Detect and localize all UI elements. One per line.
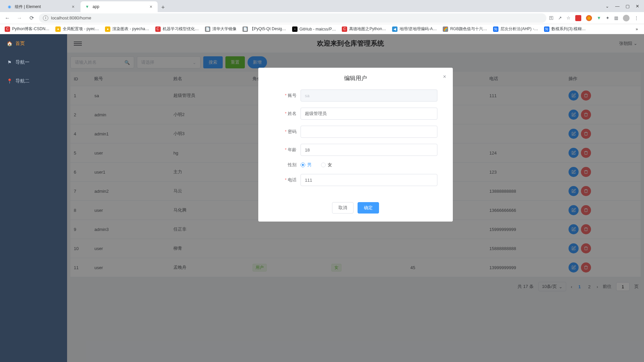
bookmark-item[interactable]: 知数模系列(3):模糊…: [542, 26, 588, 32]
favicon-vue: ▼: [85, 4, 90, 9]
bookmark-favicon: ○: [292, 26, 298, 32]
bookmark-label: 【PyQt5-Qt Desig…: [250, 26, 286, 32]
label-password: 密码: [274, 129, 301, 135]
maximize-icon[interactable]: ▢: [626, 4, 630, 9]
bookmark-item[interactable]: ○GitHub - maicss/P…: [290, 26, 338, 32]
site-info-icon[interactable]: i: [43, 15, 48, 21]
bookmark-favicon: 🌈: [443, 26, 448, 32]
bookmarks-overflow-icon[interactable]: »: [632, 27, 641, 32]
bookmark-label: 机器学习模型优化…: [163, 26, 199, 32]
chevron-down-icon[interactable]: ⌄: [605, 4, 609, 9]
extensions-icon[interactable]: ✦: [606, 15, 609, 20]
bookmark-favicon: 知: [544, 26, 549, 32]
profile-icon[interactable]: [623, 15, 630, 21]
sidebar: 🏠首页⚑导航一📍导航二: [0, 34, 67, 362]
favicon-element: ◉: [7, 4, 12, 9]
bookmark-favicon: 📄: [243, 26, 248, 32]
star-icon[interactable]: ☆: [567, 15, 571, 20]
bookmarks-bar: CPython博客-CSDN…●全局配置项 - pyec…●渲染图表 - pye…: [0, 24, 644, 34]
bookmark-favicon: ●: [105, 26, 110, 32]
bookmark-label: Python博客-CSDN…: [12, 26, 49, 32]
confirm-button[interactable]: 确定: [358, 202, 379, 214]
bookmark-label: GitHub - maicss/P…: [300, 27, 336, 32]
bookmark-favicon: 📄: [205, 26, 210, 32]
input-password[interactable]: [301, 126, 437, 138]
radio-label-male: 男: [307, 162, 312, 168]
browser-tab-0[interactable]: ◉ 组件 | Element ×: [3, 1, 80, 12]
reading-list-icon[interactable]: ▥: [614, 15, 618, 20]
radio-female[interactable]: 女: [321, 162, 332, 168]
main-area: 欢迎来到仓库管理系统 张朝阳 ⌄ 请输入姓名 🔍 请选择 ⌄ 搜索 重置 新增 …: [67, 34, 644, 362]
bookmark-item[interactable]: ●全局配置项 - pyec…: [53, 26, 101, 32]
bookmark-item[interactable]: C高德地图之Python…: [340, 26, 388, 32]
bookmark-label: 清华大学镜像: [212, 26, 236, 32]
sidebar-item-home[interactable]: 🏠首页: [0, 34, 67, 53]
close-icon[interactable]: ×: [443, 74, 446, 80]
share-icon[interactable]: ↗: [558, 15, 562, 20]
bookmark-label: 全局配置项 - pyec…: [63, 26, 99, 32]
bookmark-label: RGB颜色值与十六…: [450, 26, 487, 32]
close-icon[interactable]: ×: [148, 4, 154, 9]
label-phone: 电话: [274, 177, 301, 183]
radio-dot-icon: [321, 163, 326, 167]
tab-strip: ◉ 组件 | Element × ▼ app × + ⌄ — ▢ ✕: [0, 0, 644, 12]
bookmark-label: 高德地图之Python…: [349, 26, 386, 32]
extension-icon-1[interactable]: [575, 15, 581, 21]
url-input[interactable]: i localhost:8080/home: [39, 13, 546, 23]
cancel-button[interactable]: 取消: [332, 202, 354, 214]
bookmark-favicon: C: [155, 26, 161, 32]
sidebar-item-label: 导航二: [15, 78, 30, 84]
pin-icon: 📍: [7, 78, 12, 84]
minimize-icon[interactable]: —: [615, 4, 620, 9]
bookmark-item[interactable]: 知层次分析法(AHP) -…: [491, 26, 540, 32]
dialog-title: 编辑用户: [344, 75, 367, 81]
tab-title-0: 组件 | Element: [15, 4, 41, 10]
sidebar-item-pin[interactable]: 📍导航二: [0, 72, 67, 90]
browser-tab-1[interactable]: ▼ app ×: [80, 1, 158, 12]
back-button[interactable]: ←: [3, 13, 12, 23]
bookmark-item[interactable]: 📄【PyQt5-Qt Desig…: [240, 26, 288, 32]
address-bar: ← → ⟳ i localhost:8080/home ⚿ ↗ ☆ ▼ ✦ ▥ …: [0, 12, 644, 24]
radio-male[interactable]: 男: [301, 162, 312, 168]
label-sex: 性别: [274, 162, 301, 168]
bookmark-favicon: ●: [55, 26, 61, 32]
home-icon: 🏠: [7, 41, 12, 46]
input-name[interactable]: [301, 108, 437, 120]
modal-overlay: 编辑用户 × 账号 姓名 密码: [67, 34, 644, 362]
radio-label-female: 女: [328, 162, 332, 168]
more-icon[interactable]: ⋮: [634, 15, 639, 20]
key-icon[interactable]: ⚿: [549, 15, 553, 20]
bookmark-label: 层次分析法(AHP) -…: [500, 26, 538, 32]
tab-title-1: app: [93, 4, 99, 9]
new-tab-button[interactable]: +: [158, 3, 168, 12]
forward-button[interactable]: →: [15, 13, 24, 23]
bookmark-label: 地理/逆地理编码-A…: [399, 26, 437, 32]
extension-icon-vue[interactable]: ▼: [597, 15, 601, 20]
extension-icon-2[interactable]: [586, 15, 592, 21]
input-age[interactable]: [301, 144, 437, 156]
edit-user-dialog: 编辑用户 × 账号 姓名 密码: [258, 68, 453, 222]
bookmark-item[interactable]: CPython博客-CSDN…: [3, 26, 51, 32]
bookmark-item[interactable]: ●渲染图表 - pyecha…: [103, 26, 151, 32]
sidebar-item-label: 首页: [15, 41, 25, 47]
bookmark-item[interactable]: C机器学习模型优化…: [153, 26, 201, 32]
input-phone[interactable]: [301, 174, 437, 186]
label-age: 年龄: [274, 147, 301, 153]
close-icon[interactable]: ×: [70, 4, 76, 9]
bookmark-favicon: ◀: [392, 26, 397, 32]
sidebar-item-flag[interactable]: ⚑导航一: [0, 53, 67, 72]
label-name: 姓名: [274, 111, 301, 117]
bookmark-item[interactable]: 📄清华大学镜像: [203, 26, 238, 32]
bookmark-item[interactable]: 🌈RGB颜色值与十六…: [441, 26, 489, 32]
flag-icon: ⚑: [7, 60, 12, 65]
bookmark-favicon: 知: [493, 26, 498, 32]
close-window-icon[interactable]: ✕: [636, 4, 639, 9]
reload-button[interactable]: ⟳: [27, 13, 36, 23]
input-account: [301, 89, 437, 102]
radio-dot-icon: [301, 163, 305, 167]
label-account: 账号: [274, 93, 301, 99]
sidebar-item-label: 导航一: [15, 59, 30, 65]
bookmark-label: 渲染图表 - pyecha…: [112, 26, 149, 32]
bookmark-favicon: C: [5, 26, 10, 32]
bookmark-item[interactable]: ◀地理/逆地理编码-A…: [390, 26, 439, 32]
